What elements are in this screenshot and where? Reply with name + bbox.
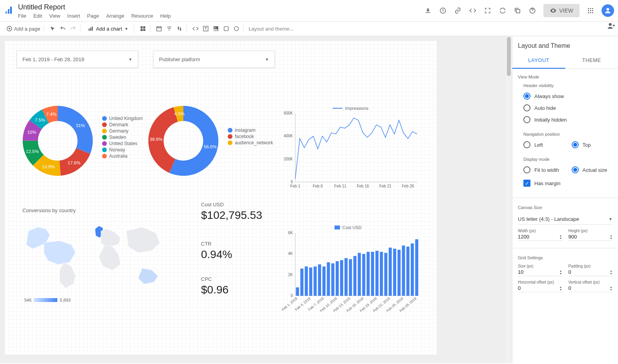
world-map-chart[interactable]: 546 5,893: [16, 215, 174, 306]
add-chart-button[interactable]: Add a chart ▼: [85, 24, 131, 33]
image-icon[interactable]: [212, 25, 220, 33]
country-donut-chart[interactable]: 31%17.6%13.9%12.5%10%7.5%7.4% United Kin…: [16, 100, 146, 190]
refresh-icon[interactable]: [499, 7, 506, 15]
map-scale: 546 5,893: [24, 298, 71, 302]
radio-fit-width[interactable]: Fit to width: [523, 164, 565, 176]
svg-rect-2: [10, 7, 12, 14]
h-offset-input[interactable]: 0▲▼: [518, 284, 562, 292]
pointer-icon[interactable]: [49, 25, 57, 33]
svg-rect-64: [309, 268, 312, 296]
url-embed-icon[interactable]: [192, 25, 199, 33]
grid-padding-input[interactable]: 0▲▼: [569, 268, 613, 276]
donut-svg: 31%17.6%13.9%12.5%10%7.5%7.4%: [16, 100, 99, 182]
menu-view[interactable]: View: [49, 13, 60, 19]
width-input[interactable]: 1200▲▼: [518, 233, 562, 241]
radio-always-show[interactable]: Always show: [523, 90, 613, 102]
grid-size-label: Size (px): [518, 264, 562, 268]
vertical-scrollbar[interactable]: [506, 36, 512, 363]
ctr-label: CTR: [201, 241, 232, 247]
stepper-icon[interactable]: ▲▼: [559, 269, 562, 275]
svg-rect-4: [516, 9, 520, 13]
checkbox-has-margin[interactable]: ✓ Has margin: [523, 176, 613, 191]
radio-nav-left[interactable]: Left: [523, 139, 565, 151]
stepper-icon[interactable]: ▲▼: [559, 286, 562, 291]
tab-theme[interactable]: THEME: [565, 53, 618, 69]
user-avatar[interactable]: [602, 4, 614, 17]
date-range-control[interactable]: Feb 1, 2019 - Feb 28, 2019 ▼: [16, 51, 138, 68]
svg-point-15: [607, 8, 609, 11]
svg-point-8: [592, 8, 593, 9]
date-range-value: Feb 1, 2019 - Feb 28, 2019: [22, 56, 84, 62]
rectangle-icon[interactable]: [222, 25, 230, 33]
download-icon[interactable]: [424, 7, 432, 15]
menu-edit[interactable]: Edit: [33, 13, 42, 19]
community-viz-icon[interactable]: [139, 25, 147, 33]
history-icon[interactable]: [439, 7, 447, 15]
svg-rect-66: [318, 264, 321, 296]
menu-arrange[interactable]: Arrange: [106, 13, 124, 19]
embed-icon[interactable]: [469, 7, 477, 15]
add-page-button[interactable]: Add a page: [6, 25, 40, 32]
publisher-control[interactable]: Publisher platform ▼: [153, 51, 275, 68]
redo-icon[interactable]: [69, 25, 77, 33]
svg-point-13: [590, 12, 591, 13]
svg-point-7: [590, 8, 591, 9]
menu-page[interactable]: Page: [87, 13, 99, 19]
doc-title[interactable]: Untitled Report: [18, 2, 424, 12]
svg-rect-77: [367, 252, 370, 296]
filter-icon[interactable]: [165, 25, 173, 33]
layout-theme-prompt[interactable]: Layout and theme...: [245, 26, 615, 32]
stepper-icon[interactable]: ▲▼: [610, 269, 613, 275]
grid-size-input[interactable]: 10▲▼: [518, 268, 562, 276]
view-button-label: VIEW: [559, 7, 573, 14]
svg-text:Feb 21: Feb 21: [379, 184, 392, 188]
width-label: Width (px): [518, 229, 562, 233]
svg-rect-67: [322, 266, 325, 296]
svg-rect-72: [344, 258, 347, 296]
fullscreen-icon[interactable]: [484, 7, 492, 15]
menu-help[interactable]: Help: [160, 13, 171, 19]
share-icon[interactable]: [607, 22, 616, 31]
svg-text:Feb 16: Feb 16: [357, 184, 369, 188]
apps-icon[interactable]: [587, 7, 594, 15]
impressions-line-chart[interactable]: Impressions0200K400K600KFeb 1Feb 6Feb 11…: [276, 104, 421, 194]
report-canvas[interactable]: Feb 1, 2019 - Feb 28, 2019 ▼ Publisher p…: [5, 41, 437, 355]
height-input[interactable]: 900▲▼: [569, 233, 613, 241]
svg-rect-82: [389, 248, 392, 296]
canvas-preset-select[interactable]: US letter (4:3) - Landscape▼: [518, 214, 613, 225]
radio-auto-hide[interactable]: Auto hide: [523, 102, 613, 114]
data-control-icon[interactable]: [176, 25, 183, 33]
help-icon[interactable]: [528, 7, 536, 15]
menu-file[interactable]: File: [18, 13, 26, 19]
cost-bar-chart[interactable]: Cost USD02K4K6KFeb 1, 2019Feb 4, 2019Feb…: [280, 223, 421, 317]
ctr-scorecard[interactable]: CTR 0.94%: [201, 241, 232, 261]
height-label: Height (px): [569, 229, 613, 233]
canvas-size-heading: Canvas Size: [518, 205, 613, 210]
date-range-icon[interactable]: [155, 25, 163, 33]
radio-initially-hidden[interactable]: Initially hidden: [523, 114, 613, 126]
stepper-icon[interactable]: ▲▼: [559, 234, 562, 240]
circle-icon[interactable]: [232, 25, 240, 33]
svg-text:10%: 10%: [27, 130, 36, 135]
v-offset-input[interactable]: 0▲▼: [569, 284, 613, 292]
link-icon[interactable]: [454, 7, 462, 15]
platform-donut-chart[interactable]: 56.6%38.9%4.5% instagramfacebookaudience…: [142, 100, 276, 190]
undo-icon[interactable]: [59, 25, 67, 33]
menu-resource[interactable]: Resource: [131, 13, 153, 19]
radio-nav-top[interactable]: Top: [572, 139, 613, 151]
tab-layout[interactable]: LAYOUT: [512, 53, 565, 69]
svg-text:Feb 26: Feb 26: [402, 184, 414, 188]
stepper-icon[interactable]: ▲▼: [610, 234, 613, 240]
menu-insert[interactable]: Insert: [67, 13, 80, 19]
svg-rect-79: [375, 251, 378, 296]
view-button[interactable]: VIEW: [543, 4, 580, 17]
text-icon[interactable]: [202, 25, 210, 33]
stepper-icon[interactable]: ▲▼: [610, 286, 613, 291]
cost-scorecard[interactable]: Cost USD $102,795.53: [201, 202, 262, 222]
radio-actual-size[interactable]: Actual size: [572, 164, 613, 176]
svg-text:4.5%: 4.5%: [174, 111, 185, 116]
svg-rect-78: [371, 252, 374, 296]
cpc-scorecard[interactable]: CPC $0.96: [201, 276, 229, 296]
copy-icon[interactable]: [514, 7, 521, 15]
svg-rect-18: [90, 27, 91, 31]
